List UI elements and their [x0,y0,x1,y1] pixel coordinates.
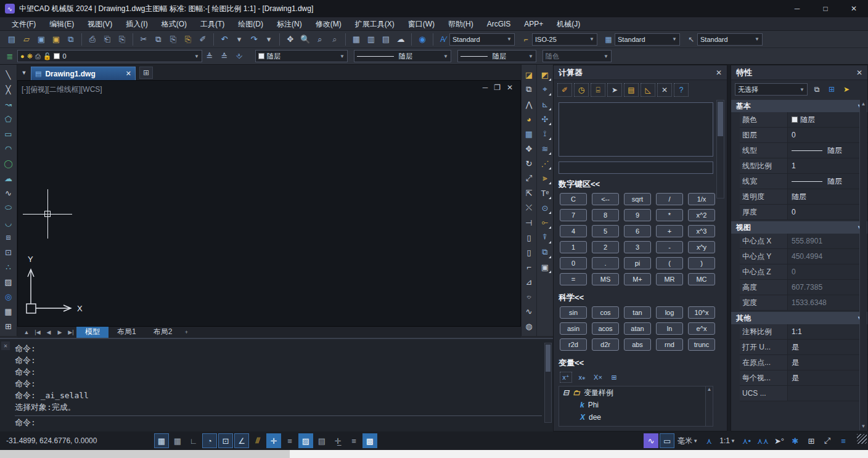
property-value[interactable]: 随层 [788,192,867,202]
tree-root[interactable]: ⊟🗀变量样例 [559,386,713,399]
polar-toggle[interactable]: ◔ [202,433,217,448]
stretch-icon[interactable]: ⇱ [522,186,536,200]
chevron-down-icon[interactable]: ▼ [751,36,760,42]
calc-key-x^y[interactable]: x^y [688,241,715,253]
layout-first-button[interactable]: |◀ [32,329,43,335]
menu-item-10[interactable]: 窗口(W) [401,17,441,31]
layout-tab-1[interactable]: 布局1 [108,327,145,338]
calc-key-4[interactable]: 4 [560,225,587,237]
join-icon[interactable]: ▯ [522,245,536,260]
copy-icon[interactable]: ⧉ [522,82,536,97]
calc-key-7[interactable]: 7 [560,209,587,221]
close-button[interactable]: ✕ [840,0,868,17]
calc-key-d2r[interactable]: d2r [592,338,619,351]
paste-icon[interactable]: ⎘ [166,33,180,46]
anno-scale-label[interactable]: 1:1▼ [718,433,738,448]
calc-key-*[interactable]: * [656,209,683,221]
menu-item-0[interactable]: 文件(F) [5,17,43,31]
variables-tree[interactable]: ⊟🗀变量样例kPhiXdee▲ [559,386,713,427]
property-value[interactable]: 1:1 [788,327,867,336]
calc-key-asin[interactable]: asin [560,322,587,335]
hatch-icon[interactable]: ▨ [1,274,16,289]
calc-key-rnd[interactable]: rnd [656,338,683,351]
calc-key-ln[interactable]: ln [656,322,683,335]
break-icon[interactable]: ▯ [522,230,536,245]
calc-key-)[interactable]: ) [688,257,715,269]
ellipse-icon[interactable]: ⬭ [1,200,16,215]
calc-key-tan[interactable]: tan [624,306,651,319]
donut-icon[interactable]: ◎ [1,289,16,304]
property-value[interactable]: 0 [788,268,867,276]
calc-key-sqrt[interactable]: sqrt [624,193,651,205]
command-close-icon[interactable]: ✕ [1,341,10,350]
rectangle-icon[interactable]: ▭ [1,126,16,141]
calc-distance-icon[interactable]: ▤ [624,83,639,97]
hatch-display-toggle[interactable]: ▨ [298,433,313,448]
calc-key-9[interactable]: 9 [624,209,651,221]
osnap-toggle[interactable]: ⊡ [218,433,233,448]
dim-style-combo-select[interactable]: ISO-25▼ [532,33,597,46]
quick-props-toggle[interactable]: ▤ [314,433,329,448]
mech-move-icon[interactable]: ✣ [538,112,552,126]
paste-special-icon[interactable]: ⎘ [181,33,195,46]
section-header-0[interactable]: 基本▼ [731,100,867,112]
calc-key-+[interactable]: + [656,225,683,237]
workspace-toggle[interactable]: ≡ [346,433,361,448]
circle-icon[interactable]: ◯ [1,156,16,171]
lineweight-toggle[interactable]: ≡ [282,433,297,448]
chevron-down-icon[interactable]: ▼ [668,36,677,42]
chevron-down-icon[interactable]: ▼ [440,54,448,59]
ortho-toggle[interactable]: ∟ [186,433,201,448]
anno-scale-icon[interactable]: ⋏ [702,433,716,448]
property-value[interactable]: 0 [788,131,867,139]
section-header-2[interactable]: 其他▼ [731,312,867,324]
ellipse-arc-icon[interactable]: ◡ [1,215,16,230]
property-value[interactable]: 是 [788,342,867,353]
offset-icon[interactable]: ◕ [522,112,536,126]
text-style-combo-select[interactable]: Standard▼ [449,33,515,46]
quick-select-icon[interactable]: ⧉ [810,83,824,96]
var-calc-icon[interactable]: ⊞ [608,372,620,383]
anno-autoscale-icon[interactable]: ⋏⋏ [755,433,771,448]
calc-key-pi[interactable]: pi [624,257,651,269]
properties-close-icon[interactable]: ✕ [856,68,862,77]
plot-preview-icon[interactable]: ⎗ [100,33,114,46]
insert-block-icon[interactable]: ⧈ [1,230,16,245]
view-manager-icon[interactable]: ▤ [379,33,393,46]
calc-paste-command-icon[interactable]: ⌸ [591,83,605,97]
mirror-icon[interactable]: ⋀ [522,97,536,112]
layer-states-icon[interactable]: ≜ [203,49,216,63]
calc-key-3[interactable]: 3 [624,241,651,253]
menu-item-9[interactable]: 扩展工具(X) [348,17,401,31]
chevron-down-icon[interactable]: ▼ [730,438,736,444]
mech-roughness-icon[interactable]: ⋰ [538,156,552,171]
drawing-canvas[interactable]: [-][俯视][二维线框][WCS] ─❐✕ Y X [17,80,521,327]
pedit-icon[interactable]: ∿ [522,304,536,319]
property-value[interactable]: 是 [788,358,867,368]
calc-get-coords-icon[interactable]: ➤ [607,83,622,97]
layout-tab-2[interactable]: 布局2 [145,327,181,338]
mech-frame-icon[interactable]: ▣ [538,260,552,274]
mech-leader-icon[interactable]: ⟜ [538,215,552,230]
mleader-style-combo-select[interactable]: Standard▼ [697,33,763,46]
mech-symbol-icon[interactable]: ⟟ [538,126,552,141]
move-icon[interactable]: ✥ [522,141,536,156]
menu-item-12[interactable]: ArcGIS [480,17,518,31]
clean-screen-icon[interactable]: ☁ [394,33,407,46]
chevron-down-icon[interactable]: ▼ [190,54,199,59]
xline-icon[interactable]: ╳ [1,82,16,97]
calc-key-<--[interactable]: <-- [592,193,619,205]
select-objects-icon[interactable]: ➤ [840,83,853,96]
calc-key-C[interactable]: C [560,193,587,205]
redo-icon[interactable]: ↷ [247,33,261,46]
property-value[interactable]: 607.7385 [788,283,867,292]
command-input[interactable]: 命令: [15,415,542,429]
pan-icon[interactable]: ✥ [284,33,297,46]
save-as-icon[interactable]: ▣ [49,33,63,46]
calc-key-6[interactable]: 6 [624,225,651,237]
calc-key-=[interactable]: = [560,273,587,285]
otrack-toggle[interactable]: ∠ [234,433,249,448]
property-value[interactable]: 随层 [788,176,867,187]
minimize-button[interactable]: ─ [783,0,811,17]
layout-last-button[interactable]: ▶| [65,329,76,335]
